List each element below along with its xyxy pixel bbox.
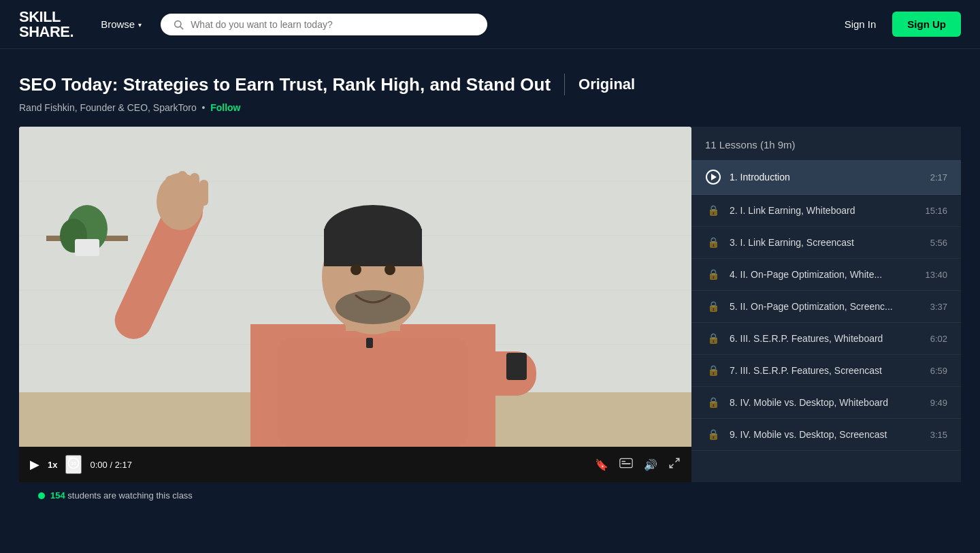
video-player[interactable]: [19, 127, 691, 447]
watching-count: 154: [50, 490, 65, 501]
lesson-duration: 6:02: [930, 334, 947, 344]
time-current: 0:00: [90, 460, 107, 470]
rewind-icon: 10: [67, 456, 80, 470]
padlock-icon: 🔒: [707, 204, 720, 217]
sidebar-header: 11 Lessons (1h 9m): [691, 127, 961, 160]
navbar: SKILL SHaRe. Browse ▾ Sign In Sign Up: [0, 0, 980, 49]
follow-link[interactable]: Follow: [210, 102, 240, 113]
svg-rect-27: [190, 173, 199, 202]
lesson-duration: 3:15: [930, 430, 947, 440]
bookmark-icon[interactable]: 🔖: [595, 458, 608, 471]
lesson-duration: 15:16: [925, 206, 947, 216]
speed-control[interactable]: 1x: [48, 460, 57, 470]
search-input[interactable]: [191, 19, 475, 30]
padlock-icon: 🔒: [707, 396, 720, 409]
svg-line-39: [676, 458, 679, 462]
svg-line-1: [180, 27, 183, 29]
watching-text: 154 students are watching this class: [50, 490, 193, 501]
padlock-icon: 🔒: [707, 428, 720, 441]
svg-rect-37: [621, 461, 625, 462]
logo-text-line2: SHaRe.: [19, 25, 74, 40]
lesson-title: 5. II. On-Page Optimization, Screenc...: [730, 301, 925, 312]
padlock-icon: 🔒: [707, 364, 720, 377]
lesson-list: 1. Introduction2:17🔒2. I. Link Earning, …: [691, 160, 961, 482]
fullscreen-icon[interactable]: [668, 457, 681, 472]
svg-rect-28: [199, 180, 208, 206]
lesson-item[interactable]: 🔒4. II. On-Page Optimization, White...13…: [691, 259, 961, 291]
svg-rect-38: [621, 463, 630, 464]
chevron-down-icon: ▾: [138, 21, 142, 29]
controls-right: 🔖 🔊: [595, 457, 681, 472]
lesson-title: 8. IV. Mobile vs. Desktop, Whiteboard: [730, 397, 925, 408]
svg-rect-32: [366, 338, 373, 348]
volume-icon[interactable]: 🔊: [644, 458, 657, 471]
lock-icon: 🔒: [705, 332, 721, 345]
lesson-title: 2. I. Link Earning, Whiteboard: [730, 205, 919, 216]
lesson-duration: 2:17: [930, 172, 947, 183]
lock-icon: 🔒: [705, 364, 721, 377]
sign-in-button[interactable]: Sign In: [845, 18, 877, 30]
lesson-item[interactable]: 1. Introduction2:17: [691, 160, 961, 195]
captions-icon[interactable]: [619, 458, 633, 471]
video-sidebar-row: ▶ 1x 10 0:00 / 2:17 🔖: [19, 127, 961, 482]
browse-button[interactable]: Browse ▾: [95, 14, 147, 34]
lessons-summary: 11 Lessons (1h 9m): [705, 139, 796, 151]
logo[interactable]: SKILL SHaRe.: [19, 10, 74, 40]
lesson-title: 7. III. S.E.R.P. Features, Screencast: [730, 365, 925, 376]
lesson-title: 3. I. Link Earning, Screencast: [730, 237, 925, 248]
footer-bar: 154 students are watching this class: [19, 482, 961, 509]
lesson-item[interactable]: 🔒2. I. Link Earning, Whiteboard15:16: [691, 195, 961, 227]
course-title-row: SEO Today: Strategies to Earn Trust, Ran…: [19, 74, 961, 95]
logo-text-line1: SKILL: [19, 10, 74, 25]
title-separator: [564, 74, 565, 95]
lesson-item[interactable]: 🔒3. I. Link Earning, Screencast5:56: [691, 227, 961, 259]
sign-up-button[interactable]: Sign Up: [892, 12, 961, 37]
padlock-icon: 🔒: [707, 268, 720, 281]
play-triangle: [711, 174, 717, 180]
play-button[interactable]: ▶: [30, 457, 39, 472]
svg-rect-26: [178, 171, 187, 202]
padlock-icon: 🔒: [707, 332, 720, 345]
fullscreen-icon-svg: [668, 457, 681, 469]
lesson-title: 9. IV. Mobile vs. Desktop, Screencast: [730, 429, 925, 440]
lesson-duration: 6:59: [930, 366, 947, 376]
lock-icon: 🔒: [705, 268, 721, 281]
rewind-button[interactable]: 10: [65, 455, 82, 474]
lesson-sidebar: 11 Lessons (1h 9m) 1. Introduction2:17🔒2…: [691, 127, 961, 482]
video-container: ▶ 1x 10 0:00 / 2:17 🔖: [19, 127, 691, 482]
watching-dot: [38, 492, 45, 499]
padlock-icon: 🔒: [707, 236, 720, 249]
svg-rect-13: [75, 239, 99, 256]
author-name: Rand Fishkin, Founder & CEO, SparkToro: [19, 102, 197, 113]
lock-icon: 🔒: [705, 300, 721, 313]
main-content: SEO Today: Strategies to Earn Trust, Ran…: [0, 49, 980, 522]
lesson-item[interactable]: 🔒7. III. S.E.R.P. Features, Screencast6:…: [691, 355, 961, 387]
svg-rect-31: [278, 338, 468, 447]
lock-icon: 🔒: [705, 396, 721, 409]
course-title: SEO Today: Strategies to Earn Trust, Ran…: [19, 74, 551, 95]
padlock-icon: 🔒: [707, 300, 720, 313]
svg-rect-19: [324, 229, 422, 266]
lesson-title: 4. II. On-Page Optimization, White...: [730, 269, 919, 280]
lesson-item[interactable]: 🔒5. II. On-Page Optimization, Screenc...…: [691, 291, 961, 323]
lock-icon: 🔒: [705, 236, 721, 249]
lesson-duration: 3:37: [930, 302, 947, 312]
video-thumbnail: [19, 127, 691, 447]
svg-rect-30: [506, 353, 527, 380]
play-icon: [705, 170, 721, 185]
lesson-duration: 9:49: [930, 398, 947, 408]
lesson-duration: 13:40: [925, 270, 947, 280]
browse-label: Browse: [101, 18, 135, 30]
video-controls: ▶ 1x 10 0:00 / 2:17 🔖: [19, 447, 691, 482]
lesson-title: 1. Introduction: [730, 172, 925, 183]
lock-icon: 🔒: [705, 204, 721, 217]
lesson-item[interactable]: 🔒9. IV. Mobile vs. Desktop, Screencast3:…: [691, 419, 961, 451]
lesson-item[interactable]: 🔒6. III. S.E.R.P. Features, Whiteboard6:…: [691, 323, 961, 355]
captions-icon-svg: [619, 458, 633, 469]
search-bar: [161, 14, 487, 35]
original-badge: Original: [578, 76, 635, 93]
svg-point-20: [350, 264, 361, 275]
svg-line-40: [670, 464, 673, 468]
svg-rect-25: [165, 176, 175, 203]
lesson-item[interactable]: 🔒8. IV. Mobile vs. Desktop, Whiteboard9:…: [691, 387, 961, 419]
